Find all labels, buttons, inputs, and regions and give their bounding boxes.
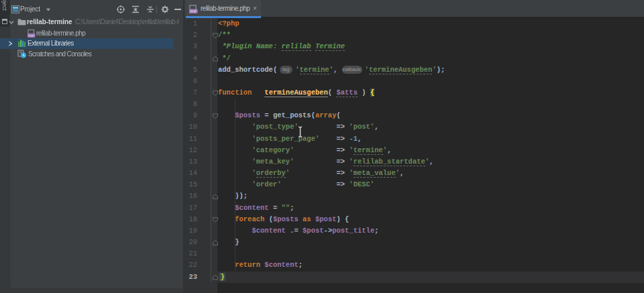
svg-text:PHP: PHP bbox=[28, 34, 34, 38]
svg-text:PHP: PHP bbox=[190, 10, 196, 13]
